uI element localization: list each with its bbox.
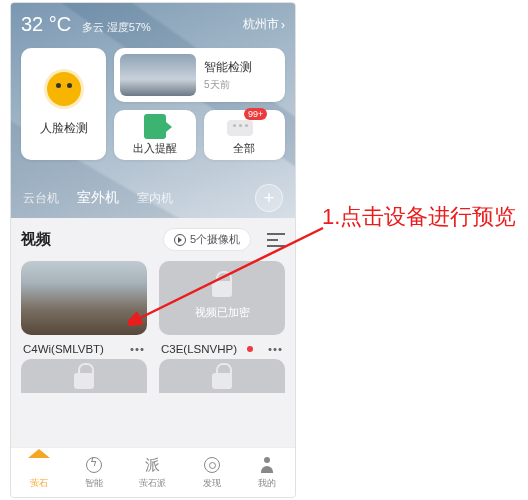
right-cards-col: 智能检测 5天前 出入提醒 99+ 全部 [114,48,285,160]
annotation-text: 1.点击设备进行预览 [322,202,522,233]
weather-cond: 多云 湿度57% [82,21,151,33]
device-more-0[interactable]: ••• [130,343,145,355]
chat-bubble-icon [227,120,253,136]
device-thumb-0[interactable] [21,261,147,335]
tabbar-discover-label: 发现 [203,477,221,490]
phone-frame: 32 °C 多云 湿度57% 杭州市 › 人脸检测 智能检测 5天前 [10,2,296,498]
lock-icon [74,373,94,389]
device-row-0: C4Wi(SMLVBT) ••• [21,335,147,355]
device-card-0[interactable]: C4Wi(SMLVBT) ••• [21,261,147,355]
camera-count-pill[interactable]: 5个摄像机 [163,228,251,251]
weather-row[interactable]: 32 °C 多云 湿度57% 杭州市 › [21,13,285,36]
device-thumb-3[interactable] [159,359,285,393]
encrypted-text: 视频已加密 [159,305,285,320]
tab-outdoor[interactable]: 室外机 [77,189,119,207]
cards-grid: 人脸检测 智能检测 5天前 出入提醒 [21,48,285,160]
entry-exit-label: 出入提醒 [133,141,177,156]
chevron-right-icon: › [281,18,285,32]
tabbar-smart[interactable]: 智能 [84,455,104,490]
face-detect-label: 人脸检测 [40,120,88,137]
tabbar-pai-label: 萤石派 [139,477,166,490]
small-cards-row: 出入提醒 99+ 全部 [114,110,285,160]
detect-text: 智能检测 5天前 [204,59,252,92]
plus-icon: + [264,188,275,209]
tab-ptz[interactable]: 云台机 [23,190,59,207]
device-name-1: C3E(LSNVHP) [161,343,237,355]
device-more-1[interactable]: ••• [268,343,283,355]
lock-icon [212,281,232,297]
device-thumb-2[interactable] [21,359,147,393]
video-section: 视频 5个摄像机 C4Wi(SMLVBT) ••• 视频已加密 [11,218,295,393]
face-icon [47,72,81,106]
tabbar-home[interactable]: 萤石 [29,455,49,490]
video-section-title: 视频 [21,230,51,249]
tabbar-discover[interactable]: 发现 [202,455,222,490]
play-icon [174,234,186,246]
video-grid: C4Wi(SMLVBT) ••• 视频已加密 C3E(LSNVHP) ••• [21,261,285,355]
device-card-1[interactable]: 视频已加密 C3E(LSNVHP) ••• [159,261,285,355]
all-badge: 99+ [244,108,267,120]
status-dot-icon [247,346,253,352]
add-device-button[interactable]: + [255,184,283,212]
header-panel: 32 °C 多云 湿度57% 杭州市 › 人脸检测 智能检测 5天前 [11,3,295,218]
detect-thumb [120,54,196,96]
entry-exit-card[interactable]: 出入提醒 [114,110,196,160]
camera-count-text: 5个摄像机 [190,232,240,247]
video-grid-cutoff [21,359,285,393]
pai-icon: 派 [145,456,160,475]
temperature: 32 °C [21,13,71,35]
weather-left: 32 °C 多云 湿度57% [21,13,151,36]
tab-indoor[interactable]: 室内机 [137,190,173,207]
video-section-header: 视频 5个摄像机 [21,228,285,251]
city-picker[interactable]: 杭州市 › [243,16,285,33]
tabbar-smart-label: 智能 [85,477,103,490]
user-icon [259,457,275,473]
all-icon: 99+ [227,114,261,136]
tabbar-pai[interactable]: 派 萤石派 [139,455,166,490]
device-name-0: C4Wi(SMLVBT) [23,343,104,355]
tabbar-me-label: 我的 [258,477,276,490]
home-icon [30,457,48,473]
all-label: 全部 [233,141,255,156]
detect-title: 智能检测 [204,59,252,76]
tabs-row: 云台机 室外机 室内机 + [11,184,295,212]
layout-toggle-button[interactable] [267,233,285,247]
compass-icon [204,457,220,473]
all-card[interactable]: 99+ 全部 [204,110,286,160]
bottom-tabbar: 萤石 智能 派 萤石派 发现 我的 [11,447,295,497]
smart-detect-card[interactable]: 智能检测 5天前 [114,48,285,102]
tabbar-me[interactable]: 我的 [257,455,277,490]
detect-time: 5天前 [204,78,252,92]
tabbar-home-label: 萤石 [30,477,48,490]
lock-icon [212,373,232,389]
door-exit-icon [144,114,166,139]
city-name: 杭州市 [243,16,279,33]
device-status-1 [247,343,257,355]
device-thumb-1[interactable]: 视频已加密 [159,261,285,335]
device-row-1: C3E(LSNVHP) ••• [159,335,285,355]
face-detect-card[interactable]: 人脸检测 [21,48,106,160]
bolt-icon [86,457,102,473]
